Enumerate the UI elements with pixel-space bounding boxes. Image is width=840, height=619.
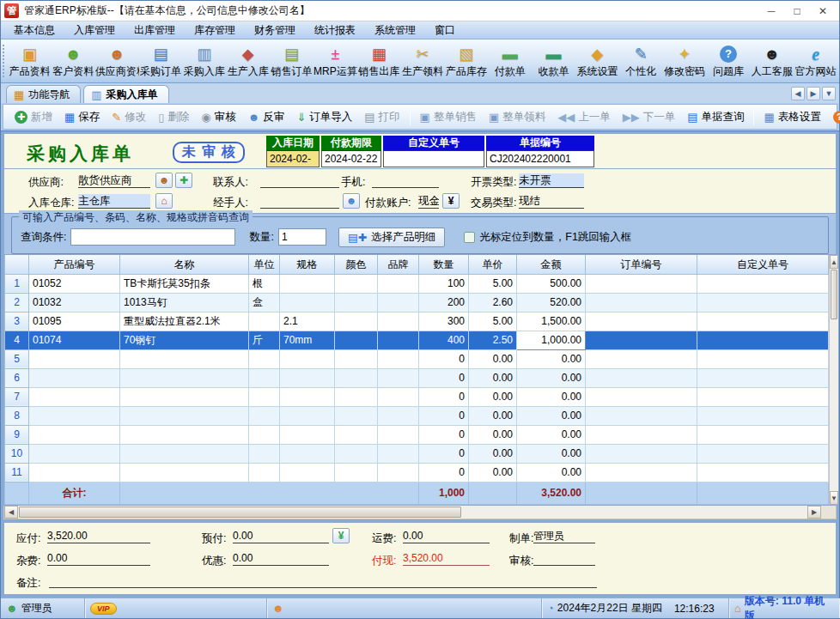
title-bar[interactable]: 管 管家通ERP标准版--【请在基本信息，公司信息中修改公司名】 ─ □ ✕ <box>1 1 839 21</box>
col-header-name[interactable]: 名称 <box>120 255 249 274</box>
supplier-field[interactable]: 散货供应商 <box>78 173 150 188</box>
table-row-6[interactable]: 600.000.00 <box>5 368 829 387</box>
cell-color[interactable] <box>335 312 378 331</box>
toolbar-grip[interactable] <box>3 45 5 77</box>
table-row-2[interactable]: 2010321013马钉盒2002.60520.00 <box>5 293 829 312</box>
cell-color[interactable] <box>335 425 378 444</box>
cell-unit[interactable] <box>249 387 280 406</box>
cell-order-no[interactable] <box>586 406 697 425</box>
next-doc-button[interactable]: ▶▶下一单 <box>617 107 682 127</box>
cell-brand[interactable] <box>378 444 419 463</box>
col-header-brand[interactable]: 品牌 <box>378 255 419 274</box>
toolbar-personalize[interactable]: ✎个性化 <box>619 40 663 82</box>
cell-unit[interactable] <box>249 463 280 482</box>
cell-custom-no[interactable] <box>697 444 829 463</box>
trade-type-field[interactable]: 现结 <box>519 194 584 209</box>
cell-unit-price[interactable]: 2.60 <box>469 293 517 312</box>
mobile-field[interactable] <box>372 173 439 188</box>
cell-order-no[interactable] <box>586 463 697 482</box>
grid-vscrollbar[interactable]: ▲ ▼ <box>829 255 838 505</box>
cell-spec[interactable] <box>280 349 335 368</box>
table-row-1[interactable]: 101052TB卡斯托莫35扣条根1005.00500.00 <box>5 274 829 293</box>
menu-item-2[interactable]: 入库管理 <box>64 21 125 39</box>
cell-name[interactable] <box>120 425 249 444</box>
col-header-amount[interactable]: 金额 <box>517 255 586 274</box>
cell-brand[interactable] <box>378 331 419 349</box>
row-number[interactable]: 6 <box>5 368 29 387</box>
toolbar-purchase-order[interactable]: ▤采购订单 <box>139 40 183 82</box>
col-header-color[interactable]: 颜色 <box>335 255 378 274</box>
cursor-to-qty-checkbox[interactable] <box>464 232 475 243</box>
toolbar-production-in[interactable]: ◆生产入库 <box>226 40 270 82</box>
cell-order-no[interactable] <box>586 444 697 463</box>
cell-amount[interactable]: 0.00 <box>517 349 586 368</box>
cell-name[interactable] <box>120 463 249 482</box>
help-button[interactable]: ?帮助 <box>827 107 840 127</box>
table-row-8[interactable]: 800.000.00 <box>5 406 829 425</box>
print-button[interactable]: ▤打印 <box>358 107 405 127</box>
menu-item-3[interactable]: 出库管理 <box>125 21 185 39</box>
cell-spec[interactable]: 2.1 <box>280 312 335 331</box>
cell-qty[interactable]: 0 <box>419 368 469 387</box>
handler-field[interactable] <box>260 194 339 209</box>
whole-material-button[interactable]: ▣整单领料 <box>483 107 551 127</box>
cell-spec[interactable] <box>280 425 335 444</box>
cell-product-code[interactable] <box>29 368 120 387</box>
cell-spec[interactable] <box>280 444 335 463</box>
cell-name[interactable] <box>120 349 249 368</box>
cell-name[interactable] <box>120 406 249 425</box>
cell-color[interactable] <box>335 444 378 463</box>
cell-unit[interactable] <box>249 425 280 444</box>
cell-unit[interactable] <box>249 349 280 368</box>
cell-qty[interactable]: 200 <box>419 293 469 312</box>
row-number[interactable]: 3 <box>5 312 29 331</box>
cell-unit[interactable] <box>249 444 280 463</box>
menu-item-5[interactable]: 财务管理 <box>245 21 305 39</box>
cell-unit-price[interactable]: 0.00 <box>469 444 517 463</box>
cell-unit[interactable] <box>249 368 280 387</box>
toolbar-payment-bill[interactable]: ▬付款单 <box>488 40 532 82</box>
close-button[interactable]: ✕ <box>810 3 836 20</box>
edit-button[interactable]: ✎修改 <box>106 107 152 127</box>
cell-spec[interactable] <box>280 274 335 293</box>
cell-custom-no[interactable] <box>697 312 829 331</box>
tab-active-purchase-in[interactable]: ▥采购入库单 <box>83 85 168 103</box>
cell-color[interactable] <box>335 331 378 349</box>
cell-name[interactable]: 70钢钉 <box>120 331 249 349</box>
save-button[interactable]: ▦保存 <box>58 107 106 127</box>
row-number[interactable]: 1 <box>5 274 29 293</box>
cell-color[interactable] <box>335 387 378 406</box>
table-row-11[interactable]: 1100.000.00 <box>5 463 829 482</box>
discount-field[interactable]: 0.00 <box>233 552 329 566</box>
freight-field[interactable]: 0.00 <box>403 530 490 543</box>
toolbar-mrp[interactable]: ±MRP运算 <box>313 40 357 82</box>
cell-amount[interactable]: 1,500.00 <box>517 312 586 331</box>
table-row-10[interactable]: 1000.000.00 <box>5 444 829 463</box>
cell-unit-price[interactable]: 5.00 <box>469 274 517 293</box>
cell-qty[interactable]: 0 <box>419 387 469 406</box>
prepaid-yuan-button[interactable]: ¥ <box>332 528 350 543</box>
tab-list-icon[interactable]: ▼ <box>822 87 836 100</box>
table-row-4[interactable]: 40107470钢钉斤70mm4002.501,000.00 <box>5 331 829 349</box>
cell-custom-no[interactable] <box>697 331 829 349</box>
cell-product-code[interactable] <box>29 444 120 463</box>
cell-order-no[interactable] <box>586 312 697 331</box>
menu-item-1[interactable]: 基本信息 <box>4 21 64 39</box>
cell-unit-price[interactable]: 0.00 <box>469 349 517 368</box>
cell-amount[interactable]: 500.00 <box>517 274 586 293</box>
cell-brand[interactable] <box>378 293 419 312</box>
table-row-9[interactable]: 900.000.00 <box>5 425 829 444</box>
tab-scroll-left-icon[interactable]: ◀ <box>791 87 805 100</box>
table-row-7[interactable]: 700.000.00 <box>5 387 829 406</box>
cell-product-code[interactable] <box>29 425 120 444</box>
menu-item-8[interactable]: 窗口 <box>425 21 465 39</box>
cell-brand[interactable] <box>378 274 419 293</box>
cell-amount[interactable]: 0.00 <box>517 368 586 387</box>
cell-order-no[interactable] <box>586 293 697 312</box>
add-button[interactable]: ✚新增 <box>9 107 58 127</box>
cell-unit-price[interactable]: 0.00 <box>469 368 517 387</box>
cell-order-no[interactable] <box>586 349 697 368</box>
cell-product-code[interactable] <box>29 387 120 406</box>
cell-color[interactable] <box>335 368 378 387</box>
cell-brand[interactable] <box>378 463 419 482</box>
